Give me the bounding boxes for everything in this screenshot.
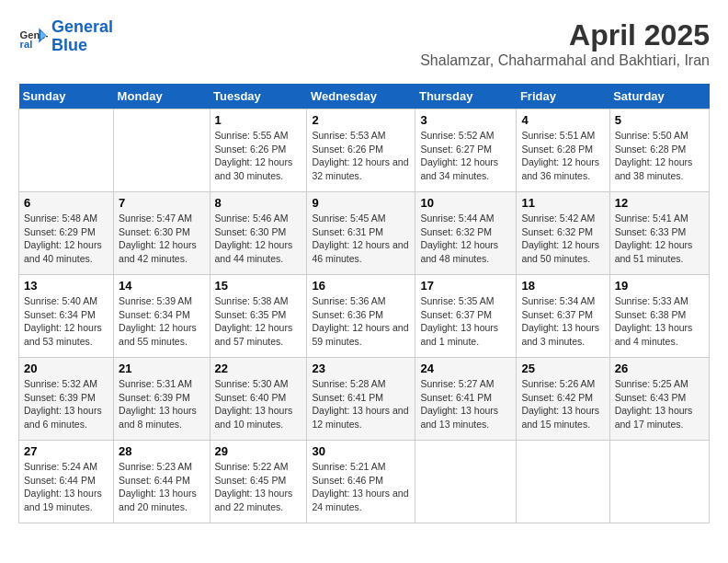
calendar-cell [517, 441, 609, 523]
week-row-4: 20Sunrise: 5:32 AM Sunset: 6:39 PM Dayli… [19, 358, 710, 441]
day-header-sunday: Sunday [19, 84, 114, 109]
calendar-cell: 14Sunrise: 5:39 AM Sunset: 6:34 PM Dayli… [114, 275, 210, 358]
day-info: Sunrise: 5:48 AM Sunset: 6:29 PM Dayligh… [24, 212, 108, 266]
day-number: 2 [312, 113, 410, 127]
day-info: Sunrise: 5:30 AM Sunset: 6:40 PM Dayligh… [215, 377, 302, 431]
day-number: 5 [615, 113, 704, 127]
calendar-cell [19, 109, 114, 192]
day-info: Sunrise: 5:24 AM Sunset: 6:44 PM Dayligh… [24, 460, 108, 514]
calendar-cell: 5Sunrise: 5:50 AM Sunset: 6:28 PM Daylig… [609, 109, 709, 192]
day-info: Sunrise: 5:32 AM Sunset: 6:39 PM Dayligh… [24, 377, 108, 431]
day-number: 3 [420, 113, 511, 127]
calendar-table: SundayMondayTuesdayWednesdayThursdayFrid… [18, 84, 710, 523]
calendar-cell: 17Sunrise: 5:35 AM Sunset: 6:37 PM Dayli… [415, 275, 517, 358]
day-number: 4 [521, 113, 604, 127]
day-info: Sunrise: 5:39 AM Sunset: 6:34 PM Dayligh… [119, 294, 204, 349]
day-header-saturday: Saturday [609, 84, 709, 109]
day-info: Sunrise: 5:52 AM Sunset: 6:27 PM Dayligh… [420, 129, 511, 183]
calendar-cell: 3Sunrise: 5:52 AM Sunset: 6:27 PM Daylig… [415, 109, 517, 192]
calendar-cell: 30Sunrise: 5:21 AM Sunset: 6:46 PM Dayli… [307, 441, 415, 523]
day-number: 12 [615, 196, 704, 210]
calendar-cell: 27Sunrise: 5:24 AM Sunset: 6:44 PM Dayli… [19, 441, 114, 523]
day-info: Sunrise: 5:33 AM Sunset: 6:38 PM Dayligh… [615, 294, 704, 349]
logo-line2: Blue [51, 36, 87, 54]
calendar-cell: 6Sunrise: 5:48 AM Sunset: 6:29 PM Daylig… [19, 192, 114, 275]
calendar-cell: 8Sunrise: 5:46 AM Sunset: 6:30 PM Daylig… [210, 192, 307, 275]
week-row-5: 27Sunrise: 5:24 AM Sunset: 6:44 PM Dayli… [19, 441, 710, 523]
calendar-cell: 2Sunrise: 5:53 AM Sunset: 6:26 PM Daylig… [307, 109, 415, 192]
logo-icon: Gene- ral [18, 22, 48, 52]
day-info: Sunrise: 5:42 AM Sunset: 6:32 PM Dayligh… [521, 212, 604, 266]
day-number: 13 [24, 279, 108, 293]
calendar-cell [415, 441, 517, 523]
day-info: Sunrise: 5:53 AM Sunset: 6:26 PM Dayligh… [312, 129, 410, 183]
day-header-wednesday: Wednesday [307, 84, 415, 109]
day-number: 28 [119, 444, 204, 458]
calendar-cell: 7Sunrise: 5:47 AM Sunset: 6:30 PM Daylig… [114, 192, 210, 275]
day-number: 19 [615, 279, 704, 293]
calendar-cell: 9Sunrise: 5:45 AM Sunset: 6:31 PM Daylig… [307, 192, 415, 275]
day-number: 20 [24, 362, 108, 375]
week-row-1: 1Sunrise: 5:55 AM Sunset: 6:26 PM Daylig… [19, 109, 710, 192]
day-info: Sunrise: 5:45 AM Sunset: 6:31 PM Dayligh… [312, 212, 410, 266]
calendar-cell: 26Sunrise: 5:25 AM Sunset: 6:43 PM Dayli… [609, 358, 709, 441]
calendar-cell: 23Sunrise: 5:28 AM Sunset: 6:41 PM Dayli… [307, 358, 415, 441]
day-info: Sunrise: 5:31 AM Sunset: 6:39 PM Dayligh… [119, 377, 204, 431]
day-header-monday: Monday [114, 84, 210, 109]
svg-text:ral: ral [20, 39, 33, 50]
calendar-cell: 29Sunrise: 5:22 AM Sunset: 6:45 PM Dayli… [210, 441, 307, 523]
day-number: 27 [24, 444, 108, 458]
day-info: Sunrise: 5:34 AM Sunset: 6:37 PM Dayligh… [521, 294, 604, 349]
day-number: 6 [24, 196, 108, 210]
day-info: Sunrise: 5:40 AM Sunset: 6:34 PM Dayligh… [24, 294, 108, 349]
calendar-cell: 13Sunrise: 5:40 AM Sunset: 6:34 PM Dayli… [19, 275, 114, 358]
logo: Gene- ral General Blue [18, 18, 113, 55]
day-info: Sunrise: 5:25 AM Sunset: 6:43 PM Dayligh… [615, 377, 704, 431]
day-number: 17 [420, 279, 511, 293]
day-header-tuesday: Tuesday [210, 84, 307, 109]
day-number: 11 [521, 196, 604, 210]
day-info: Sunrise: 5:41 AM Sunset: 6:33 PM Dayligh… [615, 212, 704, 266]
day-info: Sunrise: 5:44 AM Sunset: 6:32 PM Dayligh… [420, 212, 511, 266]
week-row-3: 13Sunrise: 5:40 AM Sunset: 6:34 PM Dayli… [19, 275, 710, 358]
header-row: SundayMondayTuesdayWednesdayThursdayFrid… [19, 84, 710, 109]
day-number: 16 [312, 279, 410, 293]
day-number: 18 [521, 279, 604, 293]
day-number: 29 [215, 444, 302, 458]
day-info: Sunrise: 5:27 AM Sunset: 6:41 PM Dayligh… [420, 377, 511, 431]
calendar-cell: 21Sunrise: 5:31 AM Sunset: 6:39 PM Dayli… [114, 358, 210, 441]
day-number: 25 [521, 362, 604, 375]
calendar-cell: 20Sunrise: 5:32 AM Sunset: 6:39 PM Dayli… [19, 358, 114, 441]
calendar-cell: 10Sunrise: 5:44 AM Sunset: 6:32 PM Dayli… [415, 192, 517, 275]
page-header: Gene- ral General Blue April 2025 Shalam… [18, 18, 710, 69]
day-number: 23 [312, 362, 410, 375]
day-info: Sunrise: 5:47 AM Sunset: 6:30 PM Dayligh… [119, 212, 204, 266]
day-info: Sunrise: 5:35 AM Sunset: 6:37 PM Dayligh… [420, 294, 511, 349]
calendar-cell [114, 109, 210, 192]
calendar-cell: 25Sunrise: 5:26 AM Sunset: 6:42 PM Dayli… [517, 358, 609, 441]
day-number: 26 [615, 362, 704, 375]
calendar-cell [609, 441, 709, 523]
calendar-cell: 24Sunrise: 5:27 AM Sunset: 6:41 PM Dayli… [415, 358, 517, 441]
day-number: 15 [215, 279, 302, 293]
day-number: 22 [215, 362, 302, 375]
calendar-cell: 1Sunrise: 5:55 AM Sunset: 6:26 PM Daylig… [210, 109, 307, 192]
calendar-cell: 19Sunrise: 5:33 AM Sunset: 6:38 PM Dayli… [609, 275, 709, 358]
day-number: 8 [215, 196, 302, 210]
day-info: Sunrise: 5:55 AM Sunset: 6:26 PM Dayligh… [215, 129, 302, 183]
day-number: 24 [420, 362, 511, 375]
day-info: Sunrise: 5:46 AM Sunset: 6:30 PM Dayligh… [215, 212, 302, 266]
day-number: 21 [119, 362, 204, 375]
day-info: Sunrise: 5:38 AM Sunset: 6:35 PM Dayligh… [215, 294, 302, 349]
page-subtitle: Shalamzar, Chaharmahal and Bakhtiari, Ir… [420, 52, 710, 69]
calendar-cell: 28Sunrise: 5:23 AM Sunset: 6:44 PM Dayli… [114, 441, 210, 523]
day-info: Sunrise: 5:50 AM Sunset: 6:28 PM Dayligh… [615, 129, 704, 183]
logo-text: General Blue [51, 18, 113, 55]
calendar-cell: 11Sunrise: 5:42 AM Sunset: 6:32 PM Dayli… [517, 192, 609, 275]
day-number: 10 [420, 196, 511, 210]
calendar-cell: 15Sunrise: 5:38 AM Sunset: 6:35 PM Dayli… [210, 275, 307, 358]
day-header-friday: Friday [517, 84, 609, 109]
day-number: 9 [312, 196, 410, 210]
logo-line1: General [51, 17, 113, 36]
day-info: Sunrise: 5:21 AM Sunset: 6:46 PM Dayligh… [312, 460, 410, 514]
